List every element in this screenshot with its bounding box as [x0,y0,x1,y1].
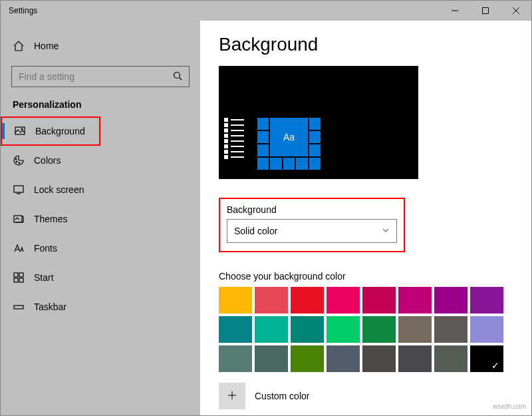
svg-rect-17 [19,278,23,282]
search-box[interactable] [11,66,190,87]
color-swatch[interactable] [362,316,396,343]
home-icon [13,40,25,52]
color-swatch[interactable] [327,287,360,313]
maximize-button[interactable] [470,1,501,21]
start-icon [13,272,25,284]
choose-color-label: Choose your background color [219,271,513,282]
watermark: wsxdn.com [493,403,526,410]
color-swatch[interactable] [398,316,432,343]
sidebar-item-label: Themes [34,214,68,224]
sidebar-item-background[interactable]: Background [1,116,100,146]
close-button[interactable] [501,1,531,21]
color-swatch[interactable] [291,345,324,372]
svg-point-4 [174,72,180,78]
page-title: Background [219,34,513,55]
svg-line-5 [180,77,182,80]
background-dropdown-value: Solid color [234,226,277,236]
custom-color-row: Custom color [219,383,513,409]
custom-color-label: Custom color [255,391,309,401]
custom-color-button[interactable] [219,383,245,409]
preview-start-tiles: Aa [257,118,321,170]
fonts-icon [13,242,25,254]
svg-point-10 [19,162,20,164]
sidebar-item-label: Start [34,272,54,283]
sidebar-item-label: Colors [34,155,61,166]
color-swatch[interactable] [470,316,503,343]
color-swatch[interactable] [327,345,360,372]
titlebar: Settings [1,1,531,21]
svg-rect-16 [14,278,18,282]
color-swatch[interactable] [291,287,324,313]
color-swatch[interactable] [291,316,324,343]
plus-icon [227,389,237,404]
preview-sample-text: Aa [270,118,307,156]
search-icon [173,71,182,83]
color-swatch[interactable] [219,287,252,313]
svg-rect-11 [14,186,23,192]
svg-point-8 [15,158,17,160]
color-swatch[interactable] [219,345,252,372]
color-swatch[interactable] [219,316,252,343]
chevron-down-icon [382,226,390,236]
svg-rect-13 [14,216,22,222]
themes-icon [13,213,25,225]
color-swatch[interactable] [255,345,288,372]
lockscreen-icon [13,184,25,196]
taskbar-icon [13,301,25,313]
sidebar: Home Personalization BackgroundColorsLoc… [1,21,200,415]
color-swatch[interactable] [327,316,360,343]
background-dropdown[interactable]: Solid color [227,219,397,243]
svg-rect-15 [19,273,23,277]
sidebar-item-label: Background [35,126,85,136]
preview-taskbar-items [224,118,244,160]
home-label: Home [34,41,59,51]
minimize-button[interactable] [440,1,470,21]
color-swatch[interactable] [434,287,467,313]
sidebar-item-taskbar[interactable]: Taskbar [1,292,200,321]
background-field-group: Background Solid color [219,198,405,252]
color-swatch[interactable] [398,287,432,313]
sidebar-item-fonts[interactable]: Fonts [1,234,200,263]
colors-icon [13,154,25,166]
sidebar-item-themes[interactable]: Themes [1,204,200,234]
color-swatch[interactable] [255,316,288,343]
sidebar-item-label: Taskbar [34,302,66,312]
svg-point-7 [21,128,23,130]
sidebar-item-label: Fonts [34,243,57,254]
background-icon [14,125,26,137]
color-swatch[interactable] [398,345,432,372]
sidebar-item-colors[interactable]: Colors [1,146,200,175]
color-swatch[interactable] [434,345,467,372]
sidebar-item-start[interactable]: Start [1,263,200,292]
search-input[interactable] [19,71,166,82]
category-title: Personalization [1,99,200,116]
sidebar-item-lockscreen[interactable]: Lock screen [1,175,200,204]
svg-rect-1 [483,8,489,14]
svg-rect-14 [14,273,18,277]
background-preview: Aa [219,66,418,179]
background-field-label: Background [227,204,397,215]
color-swatch[interactable] [470,345,503,372]
color-swatch[interactable] [470,287,503,313]
svg-point-9 [16,161,17,162]
window-controls [440,1,531,21]
color-swatch[interactable] [434,316,467,343]
svg-rect-18 [14,306,23,309]
sidebar-item-label: Lock screen [34,184,84,195]
content: Background Aa Background [200,21,531,415]
color-swatch[interactable] [255,287,288,313]
color-swatch[interactable] [362,287,396,313]
color-swatch[interactable] [362,345,396,372]
color-grid [219,287,503,372]
window-title: Settings [1,6,37,15]
home-button[interactable]: Home [1,33,200,59]
